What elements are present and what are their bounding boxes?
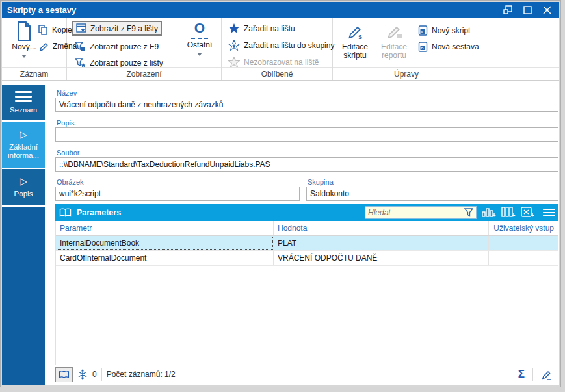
- status-separator: [510, 368, 510, 381]
- table-header-row: Parametr Hodnota Uživatelský vstup: [56, 221, 558, 236]
- obrazek-field[interactable]: [55, 187, 300, 201]
- snowflake-count: 0: [92, 370, 97, 379]
- column-header-hodnota[interactable]: Hodnota: [274, 221, 489, 235]
- cell-vstup[interactable]: [489, 251, 558, 265]
- main-area: Seznam ▷ Základní informa... ▷ Popis Náz…: [2, 81, 559, 385]
- triangle-icon: ▷: [20, 130, 27, 139]
- obrazek-label: Obrázek: [57, 178, 84, 186]
- edit-report-button: Editace reportu: [376, 20, 412, 60]
- triangle-icon: ▷: [20, 177, 27, 186]
- add-to-bar-button[interactable]: Zařadit na lištu: [226, 21, 298, 36]
- edit-mode-button[interactable]: [538, 369, 555, 380]
- new-script-label: Nový skript: [432, 26, 470, 35]
- dropdown-arrow-icon[interactable]: [21, 55, 27, 58]
- pencil-icon: [38, 41, 49, 51]
- window-title: Skripty a sestavy: [7, 5, 76, 15]
- status-bar: 0 Počet záznamů: 1/2 Σ: [53, 365, 558, 384]
- excel-export-icon[interactable]: [521, 207, 535, 218]
- cell-vstup[interactable]: [489, 236, 558, 250]
- script-file-icon: s: [418, 25, 428, 36]
- sum-button[interactable]: Σ: [515, 368, 528, 381]
- panel-menu-icon[interactable]: [543, 209, 555, 216]
- edit-report-pencil-icon: [385, 20, 403, 41]
- add-to-bar-group-button[interactable]: Zařadit na lištu do skupiny: [226, 38, 337, 53]
- group-label-zobrazeni: Zobrazení: [67, 67, 221, 80]
- snowflake-icon[interactable]: [77, 369, 88, 380]
- parameters-panel-header: Parameters: [55, 204, 558, 221]
- cell-parametr[interactable]: CardOfInternalDocument: [56, 251, 274, 265]
- copy-icon: [38, 25, 48, 35]
- restore-window-icon[interactable]: [503, 5, 512, 14]
- new-report-button[interactable]: B Nová sestava: [415, 39, 482, 54]
- funnel-square-icon: [75, 42, 86, 52]
- new-report-label: Nová sestava: [432, 42, 479, 51]
- show-f9-only-button[interactable]: Zobrazit pouze z F9: [72, 39, 161, 54]
- book-icon: [59, 208, 72, 218]
- search-box: [365, 206, 477, 219]
- ribbon-group-zobrazeni: Zobrazit z F9 a lišty Zobrazit pouze z F…: [67, 18, 222, 80]
- add-to-bar-label: Zařadit na lištu: [244, 24, 295, 33]
- new-script-button[interactable]: s Nový skript: [415, 23, 473, 38]
- columns-icon[interactable]: [501, 207, 516, 218]
- close-window-icon[interactable]: [542, 5, 551, 14]
- add-to-bar-group-label: Zařadit na lištu do skupiny: [244, 41, 334, 50]
- window-star-icon: [76, 23, 86, 33]
- sidebar-item-popis[interactable]: ▷ Popis: [2, 169, 45, 207]
- ribbon-group-oblibene: Zařadit na lištu Zařadit na lištu do sku…: [222, 18, 333, 80]
- maximize-window-icon[interactable]: [523, 5, 532, 14]
- ribbon-group-empty: [480, 18, 559, 80]
- cell-hodnota[interactable]: PLAT: [274, 236, 489, 250]
- report-file-icon: B: [418, 42, 428, 52]
- star-disabled-icon: [228, 57, 240, 68]
- svg-text:s: s: [421, 29, 423, 33]
- skupina-label: Skupina: [308, 178, 334, 186]
- cell-hodnota[interactable]: VRÁCENÍ ODPOČTU DANĚ: [274, 251, 489, 265]
- dropdown-arrow-icon[interactable]: [197, 53, 202, 56]
- filter-icon[interactable]: [464, 208, 473, 217]
- table-row[interactable]: CardOfInternalDocument VRÁCENÍ ODPOČTU D…: [56, 251, 558, 266]
- popis-field[interactable]: [55, 127, 558, 142]
- other-button[interactable]: O Ostatní: [181, 21, 218, 56]
- group-label-empty: [480, 67, 559, 80]
- search-input[interactable]: [368, 208, 462, 217]
- sidebar-item-seznam[interactable]: Seznam: [2, 85, 45, 122]
- status-separator: [532, 368, 533, 381]
- sidebar-item-label: Popis: [14, 190, 33, 198]
- book-view-toggle-button[interactable]: [55, 367, 73, 382]
- list-icon: [15, 91, 32, 102]
- sidebar: Seznam ▷ Základní informa... ▷ Popis: [2, 85, 45, 385]
- other-o-icon: O: [194, 21, 205, 34]
- ribbon-group-zaznam: Nový... Kopie Změna Záznam: [2, 18, 67, 80]
- table-row[interactable]: InternalDocumentBook PLAT: [56, 236, 558, 251]
- show-bar-only-label: Zobrazit pouze z lišty: [90, 59, 163, 68]
- record-count-text: Počet záznamů: 1/2: [107, 370, 176, 379]
- group-label-zaznam: Záznam: [2, 67, 66, 80]
- chart-icon[interactable]: [482, 207, 496, 218]
- popis-label: Popis: [57, 119, 75, 127]
- svg-text:s: s: [358, 33, 362, 40]
- show-f9-and-bar-button[interactable]: Zobrazit z F9 a lišty: [72, 21, 162, 36]
- sidebar-item-label: Základní informa...: [3, 143, 44, 160]
- sidebar-item-label: Seznam: [10, 106, 37, 114]
- app-window: Skripty a sestavy Nový...: [1, 1, 560, 387]
- nazev-label: Název: [57, 89, 77, 97]
- column-header-parametr[interactable]: Parametr: [56, 221, 274, 235]
- column-header-uzivatelsky-vstup[interactable]: Uživatelský vstup: [489, 221, 558, 235]
- sidebar-item-zakladni-informace[interactable]: ▷ Základní informa...: [2, 122, 45, 169]
- skupina-field[interactable]: [306, 187, 558, 201]
- window-controls: [503, 5, 554, 14]
- group-label-oblibene: Oblíbené: [222, 67, 332, 80]
- edit-script-label: Editace skriptu: [337, 43, 373, 60]
- parameters-table: Parametr Hodnota Uživatelský vstup Inter…: [55, 221, 558, 365]
- edit-report-label: Editace reportu: [376, 43, 412, 60]
- cell-parametr[interactable]: InternalDocumentBook: [56, 236, 274, 250]
- edit-script-button[interactable]: s Editace skriptu: [337, 20, 373, 60]
- other-label: Ostatní: [187, 41, 213, 49]
- hide-on-bar-label: Nezobrazovat na liště: [244, 58, 319, 67]
- show-f9-and-bar-label: Zobrazit z F9 a lišty: [90, 24, 158, 33]
- soubor-field[interactable]: [55, 157, 558, 172]
- other-dashes-icon: [191, 38, 208, 39]
- edit-script-pencil-icon: s: [346, 20, 364, 41]
- nazev-field[interactable]: [55, 98, 558, 112]
- show-f9-only-label: Zobrazit pouze z F9: [90, 42, 159, 51]
